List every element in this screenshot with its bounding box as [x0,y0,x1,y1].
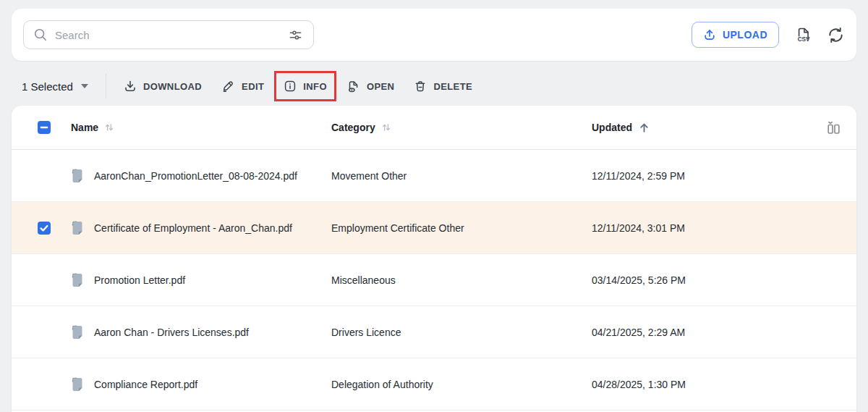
file-icon [71,324,85,340]
file-icon [71,272,85,288]
file-category: Movement Other [331,170,592,182]
delete-label: DELETE [433,81,472,92]
file-name: Certificate of Employment - Aaron_Chan.p… [94,222,292,234]
search-input[interactable] [55,29,280,41]
file-updated: 03/14/2025, 5:26 PM [592,274,813,286]
info-label: INFO [303,81,327,92]
manage-columns-icon[interactable] [825,119,842,136]
select-all-checkbox[interactable] [38,121,51,134]
table-row[interactable]: Promotion Letter.pdf Miscellaneous 03/14… [12,254,856,306]
column-header-name[interactable]: Name [71,122,114,133]
open-label: OPEN [367,81,394,92]
table-row[interactable]: Compliance Report.pdf Delegation of Auth… [12,358,856,411]
edit-label: EDIT [242,81,264,92]
file-updated: 12/11/2024, 2:59 PM [592,170,813,182]
upload-button[interactable]: UPLOAD [692,22,779,48]
edit-button[interactable]: EDIT [214,73,271,100]
file-icon [71,377,85,392]
info-icon [284,80,297,93]
search-icon [33,28,48,42]
documents-table: Name Category [12,106,856,412]
file-name: AaronChan_PromotionLetter_08-08-2024.pdf [94,170,297,182]
csv-export-icon[interactable]: CSV [793,25,812,44]
search-box[interactable] [23,20,314,49]
svg-text:CSV: CSV [798,36,810,43]
column-header-updated[interactable]: Updated [592,122,650,134]
file-icon [71,168,85,184]
sort-asc-icon [638,122,650,134]
table-header-row: Name Category [12,106,856,150]
download-icon [124,80,137,93]
delete-button[interactable]: DELETE [407,73,480,99]
file-category: Miscellaneous [331,274,592,286]
filter-sliders-icon[interactable] [287,27,304,43]
file-updated: 04/28/2025, 1:30 PM [592,379,813,390]
file-icon [71,220,85,236]
edit-icon [221,80,235,93]
delete-icon [414,80,427,93]
search-card: UPLOAD CSV [12,9,856,61]
row-checkbox-cell[interactable] [12,222,58,235]
selected-count-label: 1 Selected [22,80,73,93]
upload-icon [703,28,716,41]
refresh-icon[interactable] [827,26,845,44]
selection-toolbar: 1 Selected DOWNLOAD EDIT [12,70,856,103]
toolbar-divider [106,74,106,98]
table-row[interactable]: AaronChan_PromotionLetter_08-08-2024.pdf… [12,150,856,202]
row-checkbox-checked[interactable] [38,222,51,235]
column-updated-label: Updated [592,122,632,133]
sort-both-icon [381,122,391,133]
file-category: Employment Certificate Other [331,222,592,234]
file-name: Compliance Report.pdf [94,379,197,390]
info-button[interactable]: INFO [276,73,334,99]
file-name: Aaron Chan - Drivers Licenses.pdf [94,327,249,338]
file-updated: 04/21/2025, 2:29 AM [592,327,813,338]
file-category: Delegation of Authority [331,379,592,390]
upload-label: UPLOAD [723,29,767,41]
download-label: DOWNLOAD [143,81,202,92]
column-name-label: Name [71,122,98,133]
chevron-down-icon [81,84,88,88]
table-row[interactable]: Aaron Chan - Drivers Licenses.pdf Driver… [12,306,856,358]
table-row-selected[interactable]: Certificate of Employment - Aaron_Chan.p… [12,202,856,254]
file-category: Drivers Licence [331,327,592,338]
file-name: Promotion Letter.pdf [94,274,185,286]
download-button[interactable]: DOWNLOAD [116,73,209,99]
column-category-label: Category [331,122,375,133]
sort-both-icon [104,122,114,133]
column-header-category[interactable]: Category [331,122,391,133]
selected-count-dropdown[interactable]: 1 Selected [12,80,88,93]
file-updated: 12/11/2024, 3:01 PM [592,222,813,234]
open-icon [346,80,360,93]
open-button[interactable]: OPEN [339,73,401,100]
